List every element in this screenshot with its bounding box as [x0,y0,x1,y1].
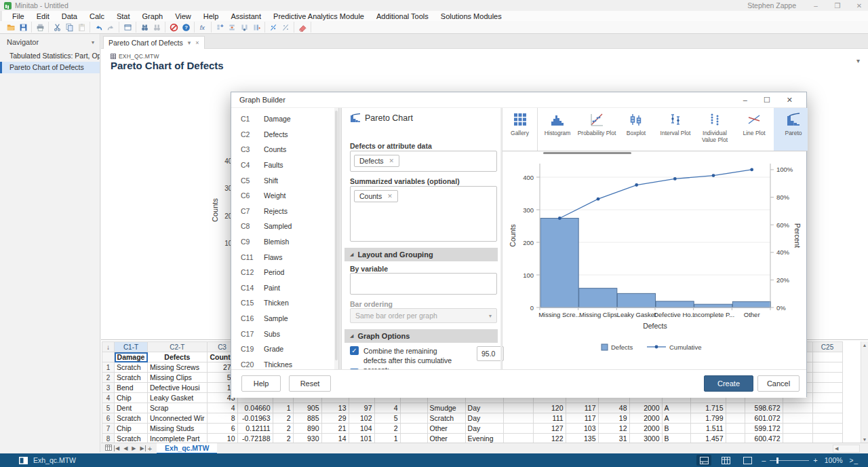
cell[interactable] [503,413,533,424]
cell[interactable]: 1.511 [690,424,726,434]
open-icon[interactable] [5,22,17,33]
cancel-icon[interactable] [167,22,180,33]
scroll-left-icon[interactable]: ◀ [833,446,838,451]
zoom-out-icon[interactable]: – [762,456,766,464]
defects-data-field[interactable]: Defects ✕ [350,151,497,172]
column-list-item-c1[interactable]: C1Damage [231,111,334,127]
cell[interactable]: 13 [321,403,349,413]
select-graph-item-icon[interactable] [267,22,279,33]
cell[interactable]: 600.472 [745,434,783,443]
cell[interactable]: Missing Screws [148,362,208,373]
dialog-minimize-icon[interactable]: – [743,96,747,105]
column-name-C2-T[interactable]: Defects [148,352,208,362]
cell[interactable]: A [662,413,690,424]
cell[interactable]: 101 [349,434,374,443]
cell[interactable]: 0.12111 [237,424,273,434]
cell[interactable]: 117 [566,403,598,413]
worksheet-vertical-scrollbar[interactable]: ▲ ▼ [861,341,868,443]
minimize-window-icon[interactable]: – [811,2,821,10]
cancel-button[interactable]: Cancel [757,375,800,392]
cell[interactable]: 599.172 [745,424,783,434]
row-number[interactable]: 2 [102,373,115,383]
gallery-item-boxplot[interactable]: Boxplot [616,108,656,151]
redo-icon[interactable] [104,22,117,33]
scroll-down-icon[interactable]: ▼ [861,436,868,443]
find-next-icon[interactable] [151,22,163,33]
gallery-item-probability-plot[interactable]: Probability Plot [577,108,616,151]
navigator-item-tabulated-statistics-part-operator[interactable]: Tabulated Statistics: Part, Operator [0,50,100,62]
menu-view[interactable]: View [169,12,197,20]
cell[interactable] [726,424,745,434]
layout-grouping-section[interactable]: ◢ Layout and Grouping [344,248,498,261]
cell[interactable] [812,413,842,424]
brush-points-icon[interactable] [279,22,292,33]
cell[interactable]: 905 [293,403,321,413]
cell[interactable] [503,403,533,413]
cell[interactable]: -0.01963 [237,413,273,424]
insert-rows-icon[interactable] [226,22,238,33]
cell[interactable]: Missing Clips [148,373,208,383]
row-number[interactable]: 4 [102,393,115,403]
undo-icon[interactable] [92,22,104,33]
navigator-dropdown-icon[interactable]: ▾ [92,39,94,45]
cell[interactable]: 8 [207,413,237,424]
cell[interactable]: Smudge [427,403,465,413]
combine-defects-checkbox[interactable]: ✓ [350,346,359,355]
cell[interactable]: 104 [349,424,374,434]
gallery-item-pareto[interactable]: Pareto [774,108,808,151]
column-list-item-c7[interactable]: C7Rejects [231,204,334,219]
cell[interactable]: Incomplete Part [148,434,208,443]
column-name-C25[interactable] [812,352,842,362]
cell[interactable]: Bend [115,383,148,393]
cell[interactable]: 29 [321,413,349,424]
cell[interactable] [783,434,812,443]
cell[interactable] [400,424,427,434]
column-list-item-c15[interactable]: C15Thicken [231,295,334,311]
cell[interactable] [400,434,427,443]
row-number[interactable]: 8 [102,434,115,443]
cell[interactable]: Missing Studs [148,424,208,434]
help-button[interactable]: Help [241,375,281,392]
column-list-item-c8[interactable]: C8Sampled [231,219,334,234]
command-line-icon[interactable]: >_ [850,457,859,464]
cell[interactable]: 6 [207,424,237,434]
column-list-item-c4[interactable]: C4Faults [231,157,334,173]
column-list-item-c3[interactable]: C3Counts [231,142,334,157]
column-header-C1-T[interactable]: C1-T [115,342,148,352]
remove-variable-icon[interactable]: ✕ [387,193,393,200]
column-list-item-c14[interactable]: C14Paint [231,280,334,296]
cell[interactable]: 117 [566,413,598,424]
defects-variable-chip[interactable]: Defects ✕ [354,155,399,167]
cell[interactable]: 111 [533,413,566,424]
remove-variable-icon[interactable]: ✕ [389,157,395,164]
dialog-close-icon[interactable]: ✕ [787,96,793,105]
menu-additional-tools[interactable]: Additional Tools [370,12,435,20]
cell[interactable]: Other [427,434,465,443]
row-number[interactable]: 6 [102,413,115,424]
menu-edit[interactable]: Edit [31,12,56,20]
menu-solutions-modules[interactable]: Solutions Modules [435,12,508,20]
cell[interactable] [503,434,533,443]
graph-options-section[interactable]: ◢ Graph Options [344,329,498,343]
column-list-item-c5[interactable]: C5Shift [231,172,334,188]
output-view-icon[interactable] [740,455,755,466]
cell[interactable]: 48 [598,403,629,413]
cell[interactable] [812,434,842,443]
cell[interactable] [400,413,427,424]
cell[interactable]: Evening [465,434,503,443]
cell[interactable]: Day [465,413,503,424]
cell[interactable]: 120 [533,403,566,413]
print-icon[interactable] [34,22,46,33]
cell[interactable]: Chip [115,393,148,403]
cell[interactable]: B [662,424,690,434]
menu-data[interactable]: Data [56,12,83,20]
cell[interactable]: 2 [273,434,293,443]
cell[interactable]: 2 [374,424,400,434]
zoom-in-icon[interactable]: + [813,456,817,464]
gallery-item-interval-plot[interactable]: Interval Plot [656,108,695,151]
worksheet-corner-cell[interactable]: ↓ [102,342,115,352]
gallery-item-gallery[interactable]: Gallery [502,108,538,151]
cell[interactable]: A [662,403,690,413]
cell[interactable]: 5 [374,413,400,424]
cell[interactable]: 2000 [629,413,662,424]
